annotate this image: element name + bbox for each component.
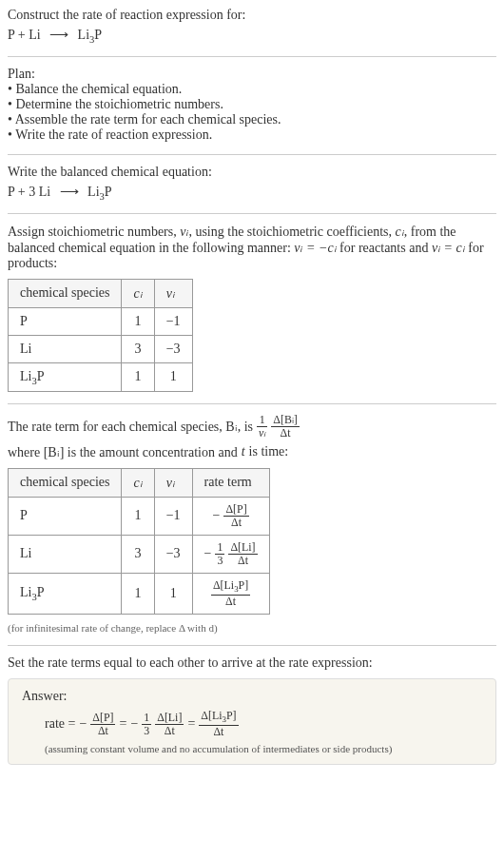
arrow-icon: ⟶ bbox=[49, 27, 68, 43]
cell-nu: −3 bbox=[154, 335, 192, 362]
arrow-icon: ⟶ bbox=[60, 184, 79, 200]
rateterm-intro: The rate term for each chemical species,… bbox=[8, 414, 496, 459]
rateterm-table: chemical species cᵢ νᵢ rate term P 1 −1 … bbox=[8, 468, 270, 616]
plan-item: • Write the rate of reaction expression. bbox=[8, 127, 496, 143]
balanced-section: Write the balanced chemical equation: P … bbox=[8, 165, 496, 202]
table-row: P 1 −1 bbox=[9, 307, 193, 335]
table-row: Li 3 −3 bbox=[9, 335, 193, 362]
table-row: Li3P 1 1 Δ[Li3P] Δt bbox=[9, 573, 270, 614]
col-species: chemical species bbox=[9, 468, 122, 497]
balanced-equation: P + 3 Li ⟶ Li3P bbox=[8, 184, 496, 202]
table-header-row: chemical species cᵢ νᵢ rate term bbox=[9, 468, 270, 497]
cell-species: Li3P bbox=[9, 573, 122, 614]
table-row: Li3P 1 1 bbox=[9, 362, 193, 392]
construct-prompt: Construct the rate of reaction expressio… bbox=[8, 8, 496, 23]
divider bbox=[8, 56, 496, 57]
header-section: Construct the rate of reaction expressio… bbox=[8, 8, 496, 45]
cell-c: 1 bbox=[122, 307, 154, 335]
table-row: P 1 −1 − Δ[P] Δt bbox=[9, 497, 270, 535]
col-species: chemical species bbox=[9, 279, 122, 307]
unbalanced-equation: P + Li ⟶ Li3P bbox=[8, 27, 496, 45]
answer-label: Answer: bbox=[22, 689, 482, 704]
eq-rhs: Li3P bbox=[78, 28, 103, 42]
final-intro: Set the rate terms equal to each other t… bbox=[8, 655, 496, 671]
stoich-table: chemical species cᵢ νᵢ P 1 −1 Li 3 −3 Li… bbox=[8, 279, 193, 393]
rel-prod: νᵢ = cᵢ bbox=[432, 241, 465, 255]
final-section: Set the rate terms equal to each other t… bbox=[8, 655, 496, 764]
col-rateterm: rate term bbox=[192, 468, 269, 497]
col-nu: νᵢ bbox=[154, 468, 192, 497]
stoich-intro: Assign stoichiometric numbers, νᵢ, using… bbox=[8, 224, 496, 271]
cell-c: 1 bbox=[122, 362, 154, 392]
cell-nu: −3 bbox=[154, 535, 192, 573]
cell-species: Li3P bbox=[9, 362, 122, 392]
term1-frac: Δ[P] Δt bbox=[90, 712, 115, 737]
answer-box: Answer: rate = − Δ[P] Δt = − 1 3 Δ[Li] Δ… bbox=[8, 678, 496, 764]
cell-nu: −1 bbox=[154, 497, 192, 535]
cell-nu: 1 bbox=[154, 573, 192, 614]
cell-species: Li bbox=[9, 535, 122, 573]
frac-one-over-nu: 1 νᵢ bbox=[257, 414, 267, 440]
stoich-section: Assign stoichiometric numbers, νᵢ, using… bbox=[8, 224, 496, 393]
cell-nu: 1 bbox=[154, 362, 192, 392]
plan-title: Plan: bbox=[8, 67, 496, 82]
cell-c: 1 bbox=[122, 573, 154, 614]
cell-c: 3 bbox=[122, 535, 154, 573]
term2-frac: Δ[Li] Δt bbox=[155, 712, 184, 737]
divider bbox=[8, 403, 496, 404]
divider bbox=[8, 154, 496, 155]
divider bbox=[8, 645, 496, 646]
eq-lhs: P + Li bbox=[8, 28, 41, 42]
cell-nu: −1 bbox=[154, 307, 192, 335]
col-c: cᵢ bbox=[122, 279, 154, 307]
col-nu: νᵢ bbox=[154, 279, 192, 307]
term2-coef-frac: 1 3 bbox=[142, 712, 151, 737]
c-i: cᵢ bbox=[396, 225, 404, 239]
balanced-rhs: Li3P bbox=[87, 185, 112, 199]
rate-label: rate = bbox=[45, 716, 75, 732]
table-row: Li 3 −3 − 1 3 Δ[Li] Δt bbox=[9, 535, 270, 573]
cell-rateterm: − Δ[P] Δt bbox=[192, 497, 269, 535]
rel-react: νᵢ = −cᵢ bbox=[294, 241, 336, 255]
col-c: cᵢ bbox=[122, 468, 154, 497]
rateterm-section: The rate term for each chemical species,… bbox=[8, 414, 496, 634]
frac-delta-bi: Δ[Bᵢ] Δt bbox=[271, 414, 300, 440]
answer-expression: rate = − Δ[P] Δt = − 1 3 Δ[Li] Δt = Δ[Li… bbox=[45, 710, 482, 738]
plan-item: • Determine the stoichiometric numbers. bbox=[8, 97, 496, 112]
plan-section: Plan: • Balance the chemical equation. •… bbox=[8, 67, 496, 143]
cell-rateterm: Δ[Li3P] Δt bbox=[192, 573, 269, 614]
cell-species: P bbox=[9, 497, 122, 535]
cell-species: Li bbox=[9, 335, 122, 362]
cell-c: 1 bbox=[122, 497, 154, 535]
divider bbox=[8, 213, 496, 214]
balanced-lhs: P + 3 Li bbox=[8, 185, 50, 199]
rateterm-footnote: (for infinitesimal rate of change, repla… bbox=[8, 622, 496, 634]
cell-species: P bbox=[9, 307, 122, 335]
term3-frac: Δ[Li3P] Δt bbox=[199, 710, 238, 738]
cell-rateterm: − 1 3 Δ[Li] Δt bbox=[192, 535, 269, 573]
plan-item: • Assemble the rate term for each chemic… bbox=[8, 112, 496, 127]
answer-note: (assuming constant volume and no accumul… bbox=[45, 743, 482, 754]
cell-c: 3 bbox=[122, 335, 154, 362]
plan-item: • Balance the chemical equation. bbox=[8, 82, 496, 97]
table-header-row: chemical species cᵢ νᵢ bbox=[9, 279, 193, 307]
balanced-title: Write the balanced chemical equation: bbox=[8, 165, 496, 180]
